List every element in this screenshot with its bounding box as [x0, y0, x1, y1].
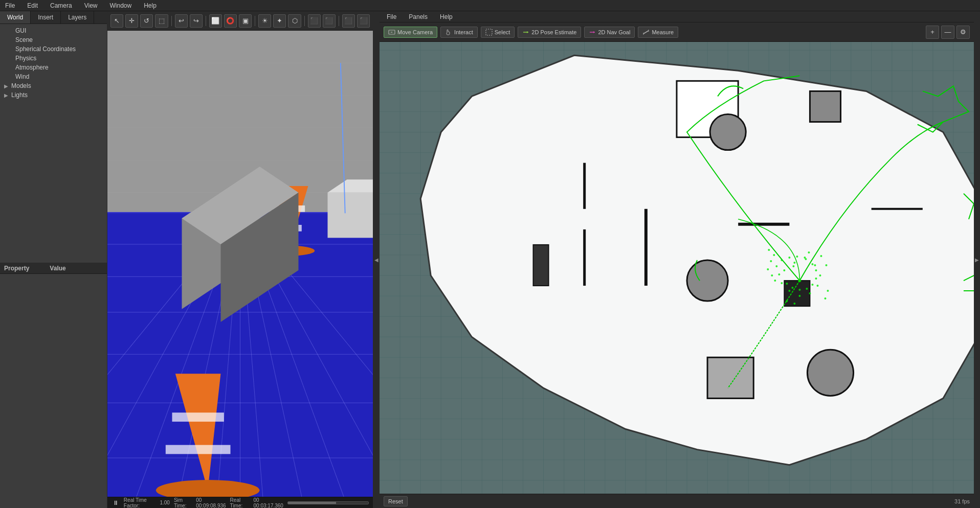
- rviz-bottom-bar: Reset 31 fps: [380, 494, 974, 508]
- menu-file[interactable]: File: [2, 1, 18, 10]
- tab-layers[interactable]: Layers: [61, 11, 94, 24]
- rviz-zoom-out[interactable]: —: [941, 26, 954, 39]
- measure-icon: [642, 29, 650, 36]
- tool-redo[interactable]: ↪: [190, 14, 203, 28]
- rviz-3d-viewport[interactable]: [380, 42, 974, 494]
- svg-line-65: [643, 31, 649, 34]
- property-content: [0, 274, 107, 278]
- svg-point-152: [796, 256, 798, 258]
- svg-point-143: [816, 285, 818, 287]
- tree-label-atmosphere: Atmosphere: [15, 64, 49, 71]
- svg-point-166: [793, 303, 795, 305]
- tree-item-models[interactable]: ▶ Models: [0, 81, 107, 90]
- tab-insert[interactable]: Insert: [31, 11, 61, 24]
- svg-point-168: [792, 265, 794, 267]
- gazebo-3d-viewport[interactable]: [107, 31, 373, 497]
- rviz-menu-panels[interactable]: Panels: [406, 12, 431, 21]
- tool-move-camera[interactable]: Move Camera: [384, 27, 437, 38]
- tool-light-dir[interactable]: ⬡: [288, 14, 301, 28]
- property-col2: Value: [50, 265, 65, 272]
- measure-label: Measure: [652, 29, 674, 35]
- tool-2d-pose[interactable]: 2D Pose Estimate: [518, 27, 581, 38]
- svg-point-147: [781, 282, 783, 284]
- svg-point-162: [768, 249, 770, 251]
- svg-point-149: [775, 265, 777, 267]
- panel-collapse-handle[interactable]: ◀: [373, 11, 380, 508]
- tool-rotate[interactable]: ↺: [140, 14, 153, 28]
- toolbar-sep-1: [171, 16, 172, 26]
- tree-item-wind[interactable]: Wind: [0, 72, 107, 81]
- tab-world[interactable]: World: [0, 11, 31, 24]
- svg-point-154: [811, 263, 813, 265]
- svg-point-174: [771, 274, 773, 276]
- tree-item-lights[interactable]: ▶ Lights: [0, 90, 107, 100]
- nav-label: 2D Nav Goal: [598, 29, 630, 35]
- svg-point-172: [770, 260, 772, 262]
- toolbar-sep-5: [339, 16, 339, 26]
- svg-point-146: [788, 290, 790, 292]
- svg-marker-62: [527, 31, 528, 33]
- svg-rect-130: [707, 357, 753, 398]
- svg-point-148: [778, 273, 780, 275]
- svg-point-141: [814, 264, 816, 266]
- rviz-menu-help[interactable]: Help: [437, 12, 456, 21]
- tool-screenshot[interactable]: ⬛: [342, 14, 355, 28]
- move-camera-label: Move Camera: [397, 29, 433, 35]
- tool-box[interactable]: ⬜: [209, 14, 222, 28]
- left-panel: World Insert Layers GUI Scene Spherical …: [0, 11, 107, 508]
- menu-help[interactable]: Help: [141, 1, 160, 10]
- real-time-value: 00 00:03:17.360: [254, 497, 283, 509]
- right-collapse-handle[interactable]: ▶: [974, 11, 980, 508]
- rviz-toolbar: Move Camera Interact Select 2D Pose: [380, 22, 974, 42]
- svg-point-153: [805, 258, 807, 260]
- tree-item-scene[interactable]: Scene: [0, 35, 107, 44]
- tool-paste[interactable]: ⬛: [323, 14, 336, 28]
- tree-item-physics[interactable]: Physics: [0, 54, 107, 63]
- rviz-zoom-in[interactable]: +: [926, 26, 939, 39]
- tool-cylinder[interactable]: ▣: [239, 14, 252, 28]
- svg-point-139: [793, 262, 795, 264]
- rviz-reset-button[interactable]: Reset: [384, 496, 408, 506]
- gazebo-scene-svg: [107, 31, 373, 497]
- realtime-factor-label: Real Time Factor:: [124, 497, 156, 509]
- svg-point-171: [826, 264, 828, 266]
- rviz-menu-file[interactable]: File: [384, 12, 399, 21]
- tool-light-spot[interactable]: ✦: [273, 14, 286, 28]
- menu-edit[interactable]: Edit: [24, 1, 41, 10]
- tool-select-arrow[interactable]: ↖: [110, 14, 123, 28]
- tool-select[interactable]: Select: [481, 27, 515, 38]
- pause-button[interactable]: ⏸: [112, 499, 120, 507]
- tool-translate[interactable]: ✛: [125, 14, 138, 28]
- tool-measure[interactable]: Measure: [638, 27, 678, 38]
- tree-panel: GUI Scene Spherical Coordinates Physics …: [0, 24, 107, 263]
- tool-scale[interactable]: ⬚: [155, 14, 168, 28]
- menu-window[interactable]: Window: [107, 1, 135, 10]
- rviz-settings[interactable]: ⚙: [956, 26, 970, 39]
- svg-point-161: [786, 283, 788, 285]
- tree-label-lights: Lights: [11, 91, 28, 99]
- tool-record[interactable]: ⬛: [357, 14, 370, 28]
- svg-point-150: [781, 259, 783, 261]
- menu-view[interactable]: View: [81, 1, 101, 10]
- tool-light-sun[interactable]: ☀: [258, 14, 271, 28]
- tree-label-physics: Physics: [15, 55, 36, 62]
- tool-interact[interactable]: Interact: [440, 27, 478, 38]
- tool-undo[interactable]: ↩: [175, 14, 188, 28]
- realtime-factor-value: 1.00: [160, 500, 169, 505]
- svg-point-138: [783, 269, 785, 271]
- tree-item-atmosphere[interactable]: Atmosphere: [0, 63, 107, 72]
- tree-item-spherical[interactable]: Spherical Coordinates: [0, 44, 107, 54]
- svg-point-126: [710, 114, 746, 150]
- tool-sphere[interactable]: ⭕: [224, 14, 237, 28]
- rviz-panel: File Panels Help Move Camera Interact: [380, 11, 974, 508]
- tool-2d-nav[interactable]: 2D Nav Goal: [584, 27, 635, 38]
- menu-camera[interactable]: Camera: [47, 1, 75, 10]
- svg-point-160: [791, 287, 793, 289]
- svg-point-127: [687, 260, 728, 301]
- real-time-label: Real Time:: [230, 497, 250, 509]
- tree-item-gui[interactable]: GUI: [0, 26, 107, 35]
- toolbar-sep-3: [255, 16, 255, 26]
- svg-point-142: [819, 274, 821, 276]
- tool-copy[interactable]: ⬛: [308, 14, 321, 28]
- svg-marker-59: [391, 32, 393, 33]
